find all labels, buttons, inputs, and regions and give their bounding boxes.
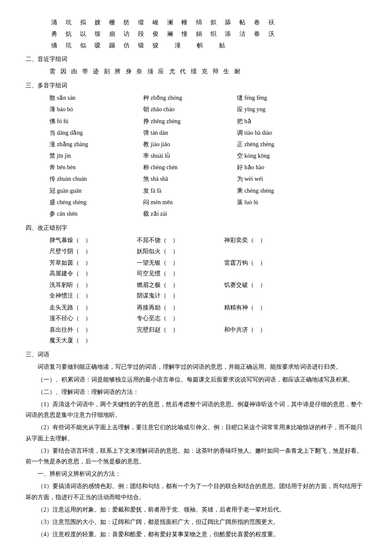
para-2: （一）、积累词语：词是能够独立运用的最小语言单位。每篇课文后面要求说说写写的词语… bbox=[26, 374, 366, 385]
char-cell: 帖 bbox=[239, 17, 246, 28]
para-4: （1）弄清这个词语中，两个关键性的字的意思，然后考虑整个词语的意思。例凝神谛听这… bbox=[26, 399, 366, 420]
char-cell: 织 bbox=[210, 29, 217, 39]
pinyin-row-6: 禁 jīn jìn 率 shuài lǜ 空 kòng kōng bbox=[49, 150, 366, 161]
char-cell: 斓 bbox=[167, 29, 174, 39]
char-cell: 澜 bbox=[167, 17, 174, 28]
char-cell: 涌 bbox=[51, 17, 58, 28]
char-cell: 帜 bbox=[197, 40, 204, 51]
char-cell: 仿 bbox=[124, 40, 130, 51]
para-8: （1）要搞清词语的感情色彩。例：团结和勾结，都有一个为了一个目的联合和结合的意思… bbox=[26, 481, 366, 502]
char-cell: 嫂 bbox=[95, 17, 101, 28]
char-cell: 坑 bbox=[66, 40, 72, 51]
char-cell: 峻 bbox=[153, 17, 159, 28]
para-10: （3）注意范围的大小。如：辽阔和广阔，都是指面积广大，但辽阔比广阔所指的范围更大… bbox=[26, 517, 366, 527]
char-row-1: 涌 坑 拟 嫂 栅 纺 缎 峻 澜 幢 绢 炽 舔 帖 卷 祆 bbox=[51, 17, 366, 28]
cuozi-row-1: 脾气暴燥（ ） 不屈不饶（ ） 神彩奕奕（ ） 尺壁寸阴（ ） 妖阳似火（ ） bbox=[49, 235, 366, 256]
char-cell: 骏 bbox=[153, 40, 159, 51]
char-cell: 炕 bbox=[66, 29, 72, 39]
cuozi-row-5: 喜出往外（ ） 完壁归赵（ ） 和中共济（ ） 魔天大厦（ ） bbox=[49, 324, 366, 346]
char-cell: 勇 bbox=[51, 29, 58, 39]
char-cell: 潼 bbox=[175, 40, 182, 51]
char-cell: 段 bbox=[138, 29, 145, 39]
cuozi-row-2: 芳草如茵（ ） 一望无银（ ） 雷霆万钩（ ） 高屋建令（ ） 司空见惯（ ） bbox=[49, 257, 366, 279]
para-1: 词语复习要做到能正确地读，写已学过的词语，理解学过的词语的意思，并能正确运用。能… bbox=[26, 361, 366, 372]
char-section: 涌 坑 拟 嫂 栅 纺 缎 峻 澜 幢 绢 炽 舔 帖 卷 祆 勇 炕 以 馁 … bbox=[26, 17, 366, 51]
section2-chars: 需 因 由 带 迹 刻 辨 身 奈 须 应 尤 代 绩 克 辩 生 耐 bbox=[49, 66, 366, 77]
para-7: 一、辨析词义辨析词义的方法： bbox=[26, 468, 366, 479]
cuozi-row-4: 走头无路（ ） 再接再励（ ） 精精有神（ ） 漫不径心（ ） 专心至志（ ） bbox=[49, 302, 366, 324]
char-cell: 拟 bbox=[80, 17, 87, 28]
ciyü-title: 三、词语 bbox=[26, 349, 366, 360]
section4-title: 四、改正错别字 bbox=[26, 223, 366, 233]
para-3: （二）、理解词语：理解词语的方法： bbox=[26, 387, 366, 397]
pinyin-row-3: 佛 fó fú 挣 zhēng zhèng 把 bǎ bbox=[49, 116, 366, 127]
para-5: （2）有些词不能光从字面上去理解，要注意它们的比喻或引伸义。例：目瞪口呆这个词常… bbox=[26, 422, 366, 443]
pinyin-row-11: 参 cān shēn 载 zǎi zài bbox=[49, 208, 366, 219]
char-cell: 幢 bbox=[182, 17, 188, 28]
section2-title: 二、音近字组词 bbox=[26, 54, 366, 64]
pinyin-row-8: 传 zhuàn chuán 煞 shà shā 为 wèi wéi bbox=[49, 173, 366, 184]
pinyin-row-10: 盛 chéng shèng 闷 mèn mēn 落 luò lù bbox=[49, 197, 366, 208]
page-content: 涌 坑 拟 嫂 栅 纺 缎 峻 澜 幢 绢 炽 舔 帖 卷 祆 勇 炕 以 馁 … bbox=[26, 17, 366, 540]
char-cell: 以 bbox=[80, 29, 87, 39]
char-row-2: 勇 炕 以 馁 崩 访 段 俊 斓 憧 娟 织 添 洁 眷 沃 bbox=[51, 29, 366, 39]
char-cell: 娟 bbox=[196, 29, 203, 39]
char-cell: 栅 bbox=[109, 17, 116, 28]
para-9: （2）注意运用的对象。如：爱戴和爱抚，前者用于党、领袖、英雄，后者用于老一辈对后… bbox=[26, 504, 366, 515]
section3: 三、多音字组词 散 sǎn sàn 种 zhǒng zhòng 缝 féng f… bbox=[26, 80, 366, 219]
ciyü-section: 三、词语 词语复习要做到能正确地读，写已学过的词语，理解学过的词语的意思，并能正… bbox=[26, 349, 366, 540]
char-cell: 添 bbox=[225, 29, 232, 39]
char-cell: 崩 bbox=[109, 29, 116, 39]
char-cell: 俊 bbox=[153, 29, 159, 39]
char-cell: 炽 bbox=[210, 17, 217, 28]
pinyin-row-2: 薄 báo bó 朝 zhāo cháo 应 yīng yng bbox=[49, 104, 366, 115]
char-cell: 卷 bbox=[254, 17, 261, 28]
char-cell: 祆 bbox=[268, 17, 275, 28]
char-cell: 纺 bbox=[124, 17, 130, 28]
char-cell: 洁 bbox=[239, 29, 246, 39]
char-cell: 缎 bbox=[138, 17, 145, 28]
char-cell: 锻 bbox=[138, 40, 145, 51]
char-row-3: 俑 坑 似 嗳 蹦 仿 锻 骏 潼 帜 贴 bbox=[51, 40, 366, 51]
char-cell: 眷 bbox=[254, 29, 261, 39]
char-cell: 俑 bbox=[51, 40, 58, 51]
char-cell: 坑 bbox=[66, 17, 72, 28]
cuozi-row-3: 洗耳躬听（ ） 燃眉之极（ ） 饥赛交破（ ） 全神惯注（ ） 阴谋鬼计（ ） bbox=[49, 280, 366, 301]
para-6: （3）要结合语言环境，联系上下文来理解词语的意思。如：这茶叶的香味吓煞人。嫩叶如… bbox=[26, 445, 366, 467]
pinyin-row-7: 奔 bēn bèn 称 chèng chèn 好 hǎo hào bbox=[49, 162, 366, 173]
pinyin-row-5: 涨 zhǎng zhàng 教 jiào jiāo 正 zhēng zhèng bbox=[49, 139, 366, 150]
section2: 二、音近字组词 需 因 由 带 迹 刻 辨 身 奈 须 应 尤 代 绩 克 辩 … bbox=[26, 54, 366, 77]
char-cell: 沃 bbox=[268, 29, 275, 39]
pinyin-row-9: 冠 guàn guān 发 fā fà 乘 chéng shèng bbox=[49, 185, 366, 196]
char-cell: 馁 bbox=[95, 29, 101, 39]
char-cell: 蹦 bbox=[109, 40, 116, 51]
para-11: （4）注意程度的轻重。如：喜爱和酷爱，都有爱好某事某物之意，但酷爱比喜爱的程度重… bbox=[26, 529, 366, 540]
char-cell: 嗳 bbox=[95, 40, 101, 51]
pinyin-row-1: 散 sǎn sàn 种 zhǒng zhòng 缝 féng fèng bbox=[49, 92, 366, 103]
char-cell: 贴 bbox=[219, 40, 226, 51]
char-cell: 舔 bbox=[225, 17, 232, 28]
section4: 四、改正错别字 脾气暴燥（ ） 不屈不饶（ ） 神彩奕奕（ ） 尺壁寸阴（ ） … bbox=[26, 223, 366, 346]
char-cell: 憧 bbox=[182, 29, 188, 39]
pinyin-row-4: 当 dāng dǎng 弹 tán dàn 调 tiáo bà diào bbox=[49, 127, 366, 138]
char-cell: 访 bbox=[124, 29, 130, 39]
char-cell: 绢 bbox=[196, 17, 203, 28]
section3-title: 三、多音字组词 bbox=[26, 80, 366, 91]
char-cell: 似 bbox=[80, 40, 87, 51]
